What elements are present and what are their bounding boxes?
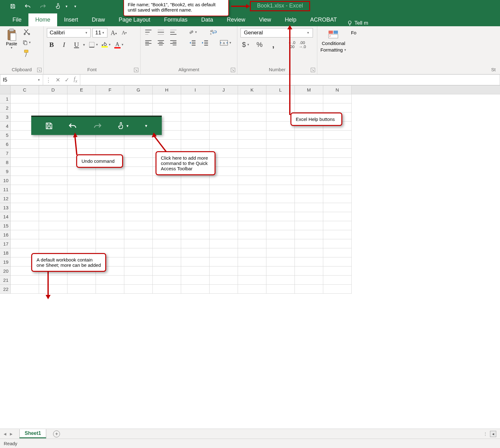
- decrease-decimal-icon[interactable]: .00→.0: [299, 41, 306, 49]
- decrease-indent-icon[interactable]: [188, 39, 197, 47]
- percent-button[interactable]: %: [254, 40, 265, 49]
- align-right-icon[interactable]: [169, 39, 178, 47]
- row-header[interactable]: 21: [0, 276, 11, 285]
- format-table-button[interactable]: Fo: [351, 30, 357, 67]
- number-launcher-icon[interactable]: ↘: [311, 68, 315, 72]
- row-header[interactable]: 14: [0, 212, 11, 221]
- callout-customize: Click here to add more command to the Qu…: [156, 151, 215, 175]
- col-header[interactable]: C: [11, 86, 39, 94]
- alignment-launcher-icon[interactable]: ↘: [231, 68, 235, 72]
- save-icon[interactable]: [9, 2, 17, 10]
- redo-icon[interactable]: [39, 2, 47, 10]
- copy-icon[interactable]: ▼: [22, 39, 31, 46]
- col-header[interactable]: M: [295, 86, 323, 94]
- underline-dropdown-icon[interactable]: ▼: [82, 43, 86, 47]
- row-header[interactable]: 18: [0, 248, 11, 257]
- font-name-select[interactable]: Calibri▼: [47, 28, 91, 37]
- col-header[interactable]: D: [39, 86, 67, 94]
- row-header[interactable]: 17: [0, 239, 11, 248]
- col-header[interactable]: N: [323, 86, 352, 94]
- tell-me[interactable]: Tell m: [347, 20, 368, 26]
- clipboard-launcher-icon[interactable]: ↘: [37, 68, 42, 72]
- customize-qat-icon[interactable]: ▼: [74, 5, 77, 8]
- touch-dropdown-icon[interactable]: ▼: [65, 5, 68, 8]
- tab-insert[interactable]: Insert: [57, 13, 85, 26]
- tab-view[interactable]: View: [252, 13, 278, 26]
- row-header[interactable]: 3: [0, 112, 11, 122]
- number-format-select[interactable]: General▼: [240, 28, 313, 37]
- conditional-formatting-button[interactable]: ≠ Conditional Formatting▼: [320, 30, 347, 67]
- undo-icon[interactable]: [24, 2, 32, 10]
- font-launcher-icon[interactable]: ↘: [134, 68, 138, 72]
- touch-mode-icon[interactable]: [54, 2, 62, 10]
- select-all-corner[interactable]: [0, 86, 11, 94]
- increase-font-icon[interactable]: A▴: [109, 28, 118, 37]
- font-color-button[interactable]: A ▼: [114, 41, 124, 48]
- row-header[interactable]: 15: [0, 221, 11, 230]
- tab-acrobat[interactable]: ACROBAT: [303, 13, 344, 26]
- tab-file[interactable]: File: [6, 13, 28, 26]
- row-header[interactable]: 10: [0, 176, 11, 185]
- comma-button[interactable]: ,: [268, 40, 279, 49]
- col-header[interactable]: G: [124, 86, 153, 94]
- row-header[interactable]: 20: [0, 266, 11, 276]
- font-size-select[interactable]: 11▼: [92, 28, 107, 37]
- col-header[interactable]: J: [210, 86, 238, 94]
- qat-redo-icon[interactable]: [93, 122, 102, 130]
- grip-icon[interactable]: ⋮: [46, 77, 51, 83]
- currency-button[interactable]: $▼: [240, 40, 251, 49]
- row-header[interactable]: 13: [0, 203, 11, 212]
- tab-draw[interactable]: Draw: [85, 13, 112, 26]
- format-painter-icon[interactable]: [22, 49, 31, 57]
- callout-sheet: A default workbook contain one Sheet; mo…: [31, 253, 106, 272]
- col-header[interactable]: I: [181, 86, 210, 94]
- border-button[interactable]: ▼: [89, 42, 98, 48]
- fill-color-button[interactable]: ▼: [101, 42, 111, 47]
- conditional-formatting-icon: ≠: [328, 30, 339, 39]
- wrap-text-button[interactable]: abc: [210, 28, 217, 36]
- cancel-icon[interactable]: ✕: [56, 77, 60, 83]
- enter-icon[interactable]: ✓: [65, 77, 69, 83]
- row-header[interactable]: 22: [0, 285, 11, 294]
- increase-indent-icon[interactable]: [200, 39, 210, 47]
- row-header[interactable]: 4: [0, 122, 11, 131]
- fx-icon[interactable]: fx: [74, 76, 77, 84]
- qat-touch-icon[interactable]: ▼: [117, 122, 129, 130]
- col-header[interactable]: H: [153, 86, 181, 94]
- arrow-to-title: [231, 3, 250, 9]
- italic-button[interactable]: I: [59, 40, 69, 49]
- row-header[interactable]: 16: [0, 230, 11, 239]
- align-top-icon[interactable]: [144, 28, 153, 36]
- row-header[interactable]: 11: [0, 185, 11, 194]
- row-header[interactable]: 12: [0, 194, 11, 203]
- row-header[interactable]: 5: [0, 131, 11, 140]
- row-header[interactable]: 8: [0, 158, 11, 167]
- cut-icon[interactable]: [22, 28, 31, 36]
- merge-center-button[interactable]: a ▼: [220, 39, 232, 47]
- name-box[interactable]: I5▼: [0, 74, 43, 85]
- row-headers: 12345678910111213141516171819202122: [0, 94, 11, 294]
- col-header[interactable]: E: [67, 86, 96, 94]
- tab-home[interactable]: Home: [28, 13, 57, 26]
- row-header[interactable]: 9: [0, 167, 11, 176]
- row-header[interactable]: 19: [0, 257, 11, 266]
- row-header[interactable]: 2: [0, 103, 11, 112]
- align-middle-icon[interactable]: [156, 28, 166, 36]
- align-bottom-icon[interactable]: [169, 28, 178, 36]
- paste-button[interactable]: Paste ▼: [3, 28, 20, 67]
- underline-button[interactable]: U: [72, 40, 81, 49]
- row-header[interactable]: 6: [0, 140, 11, 149]
- align-center-icon[interactable]: [156, 39, 166, 47]
- align-left-icon[interactable]: [144, 39, 153, 47]
- qat-save-icon[interactable]: [45, 122, 53, 130]
- tab-help[interactable]: Help: [278, 13, 303, 26]
- col-header[interactable]: K: [238, 86, 266, 94]
- qat-customize-icon[interactable]: ▼: [144, 124, 148, 128]
- row-header[interactable]: 7: [0, 149, 11, 158]
- decrease-font-icon[interactable]: A▾: [120, 28, 129, 37]
- bold-button[interactable]: B: [47, 40, 56, 49]
- row-header[interactable]: 1: [0, 94, 11, 103]
- orientation-icon[interactable]: ab▼: [188, 28, 197, 36]
- qat-undo-icon[interactable]: [68, 122, 77, 130]
- col-header[interactable]: F: [96, 86, 124, 94]
